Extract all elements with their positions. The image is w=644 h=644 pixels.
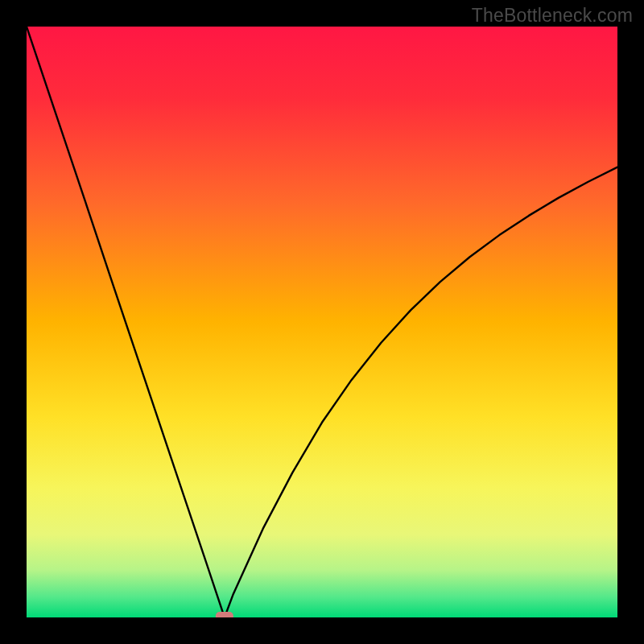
bottleneck-chart	[27, 27, 617, 617]
plot-area	[27, 27, 617, 617]
optimal-marker	[216, 612, 233, 617]
watermark-text: TheBottleneck.com	[472, 5, 633, 27]
chart-frame: TheBottleneck.com	[0, 0, 644, 644]
gradient-background	[27, 27, 617, 617]
